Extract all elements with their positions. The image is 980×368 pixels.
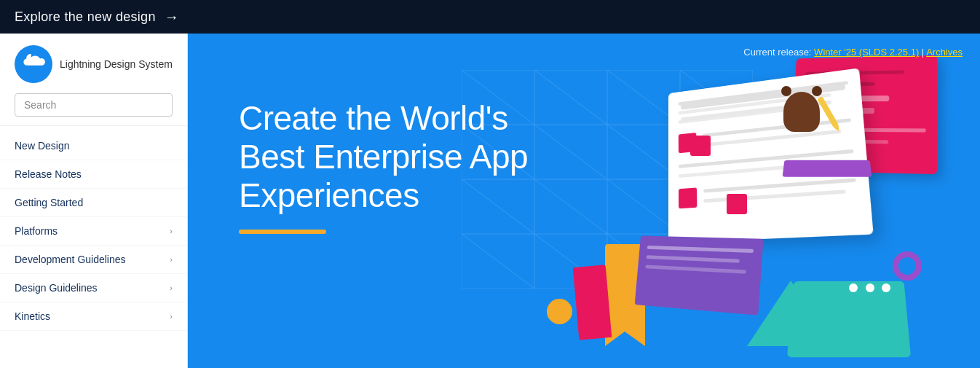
white-dots [847, 282, 893, 295]
hero-underline [239, 230, 326, 234]
nav-label: Kinetics [15, 310, 50, 322]
hero-content: Current release: Winter '25 (SLDS 2.25.1… [188, 34, 980, 368]
banner-text: Explore the new design [15, 9, 156, 25]
hero-text: Create the World's Best Enterprise App E… [239, 99, 528, 234]
nav-label: Getting Started [15, 197, 83, 208]
release-label: Current release: [743, 47, 811, 58]
pink-square-2 [727, 194, 747, 214]
banner-arrow: → [165, 9, 179, 26]
nav-item-kinetics[interactable]: Kinetics › [0, 302, 187, 331]
sidebar-header: Lightning Design System [0, 34, 187, 126]
nav-item-release-notes[interactable]: Release Notes [0, 160, 187, 189]
top-banner: Explore the new design → [0, 0, 980, 34]
yellow-circle [547, 299, 572, 324]
nav-item-design-guidelines[interactable]: Design Guidelines › [0, 274, 187, 302]
chevron-right-icon: › [170, 283, 173, 292]
nav-label: Release Notes [15, 168, 82, 180]
release-link[interactable]: Winter '25 (SLDS 2.25.1) [814, 47, 919, 58]
search-input[interactable] [15, 93, 173, 117]
nav-item-getting-started[interactable]: Getting Started [0, 189, 187, 217]
chevron-right-icon: › [170, 312, 173, 321]
nav-item-development-guidelines[interactable]: Development Guidelines › [0, 246, 187, 274]
chevron-right-icon: › [170, 227, 173, 235]
dot-1 [849, 283, 858, 292]
pink-bookmark [573, 265, 612, 340]
nav-label: Platforms [15, 225, 58, 237]
nav-label: Development Guidelines [15, 254, 126, 265]
sidebar: Lightning Design System New Design Relea… [0, 34, 188, 368]
purple-ring [893, 251, 922, 281]
pink-square-1 [690, 136, 711, 156]
main-layout: Lightning Design System New Design Relea… [0, 34, 980, 368]
release-separator: | [922, 47, 924, 58]
dot-2 [866, 283, 874, 292]
archives-link[interactable]: Archives [926, 47, 963, 58]
nav-label: Design Guidelines [15, 282, 98, 294]
svg-line-6 [462, 234, 534, 289]
purple-block [635, 236, 764, 316]
salesforce-logo [15, 45, 52, 83]
sidebar-nav: New Design Release Notes Getting Started… [0, 126, 187, 368]
salesforce-logo-svg [20, 54, 47, 74]
purple-platform [783, 160, 872, 177]
chevron-right-icon: › [170, 255, 173, 264]
release-info: Current release: Winter '25 (SLDS 2.25.1… [743, 47, 963, 58]
nav-item-new-design[interactable]: New Design [0, 132, 187, 160]
hero-heading: Create the World's Best Enterprise App E… [239, 99, 528, 215]
nav-item-platforms[interactable]: Platforms › [0, 217, 187, 246]
dot-3 [882, 283, 890, 292]
mascot-character [776, 92, 827, 157]
nav-label: New Design [15, 140, 69, 152]
logo-area: Lightning Design System [15, 45, 173, 83]
sidebar-title: Lightning Design System [60, 58, 173, 71]
